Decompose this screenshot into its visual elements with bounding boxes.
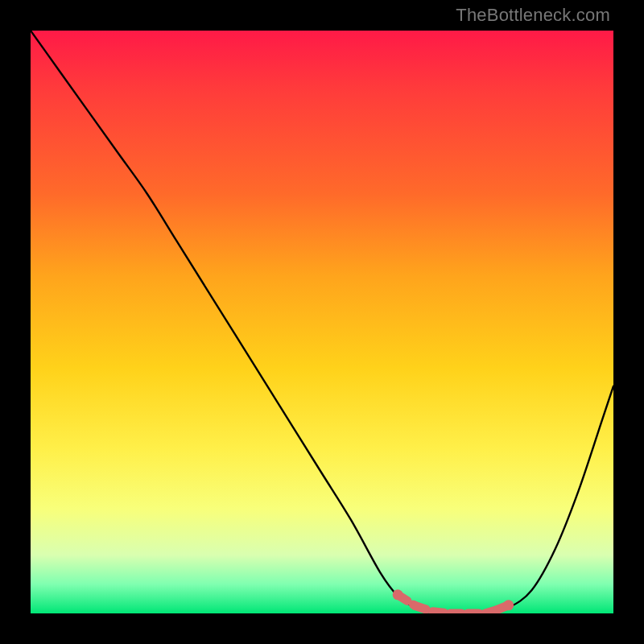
chart-frame: TheBottleneck.com: [0, 0, 644, 644]
watermark-text: TheBottleneck.com: [456, 5, 610, 26]
plot-area: [31, 31, 613, 613]
marker-group: [393, 589, 514, 613]
curve-group: [31, 31, 613, 613]
bottleneck-curve: [31, 31, 613, 613]
chart-svg: [31, 31, 613, 613]
marker-dot: [503, 600, 514, 610]
